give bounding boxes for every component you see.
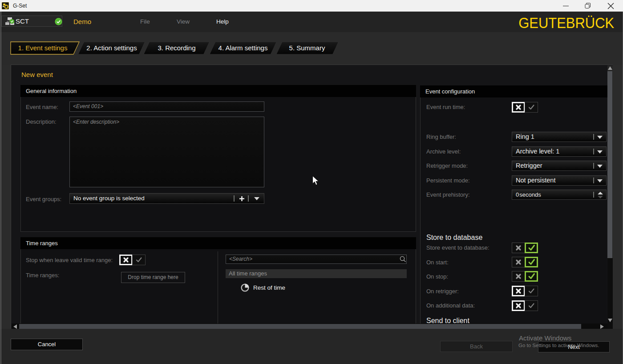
svg-text:5. Summary: 5. Summary bbox=[289, 44, 325, 52]
svg-text:1. Event settings: 1. Event settings bbox=[18, 44, 68, 52]
svg-text:4. Alarm settings: 4. Alarm settings bbox=[218, 44, 268, 52]
svg-text:2. Action settings: 2. Action settings bbox=[86, 44, 137, 52]
svg-text:3. Recording: 3. Recording bbox=[158, 44, 195, 52]
